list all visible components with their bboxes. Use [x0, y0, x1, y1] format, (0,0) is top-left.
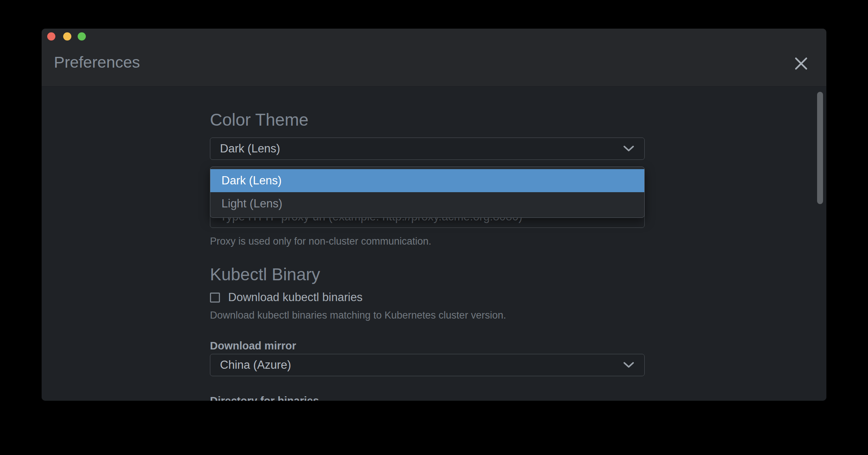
- traffic-light-minimize-button[interactable]: [63, 32, 71, 41]
- download-mirror-label: Download mirror: [210, 340, 645, 352]
- preferences-content: Color Theme Dark (Lens) Dark (Lens) Ligh…: [42, 87, 826, 401]
- kubectl-binary-heading: Kubectl Binary: [210, 265, 645, 284]
- color-theme-select[interactable]: Dark (Lens): [210, 138, 645, 160]
- close-icon: [794, 56, 809, 71]
- dropdown-option-label: Light (Lens): [221, 197, 282, 210]
- color-theme-heading: Color Theme: [210, 110, 645, 129]
- vertical-scrollbar-thumb[interactable]: [817, 92, 823, 204]
- page-title: Preferences: [54, 53, 140, 71]
- preferences-window: Preferences Color Theme Dark (Lens): [42, 29, 826, 401]
- color-theme-select-value: Dark (Lens): [220, 142, 617, 155]
- dropdown-option-dark-lens[interactable]: Dark (Lens): [210, 169, 644, 192]
- download-mirror-select-value: China (Azure): [220, 358, 617, 372]
- download-kubectl-hint: Download kubectl binaries matching to Ku…: [210, 309, 645, 321]
- dropdown-option-label: Dark (Lens): [221, 174, 282, 187]
- traffic-light-close-button[interactable]: [47, 32, 55, 41]
- download-kubectl-checkbox-row[interactable]: Download kubectl binaries: [210, 291, 645, 304]
- chevron-down-icon: [623, 142, 635, 155]
- directory-for-binaries-label: Directory for binaries: [210, 395, 645, 401]
- traffic-light-zoom-button[interactable]: [78, 32, 86, 41]
- checkbox-unchecked-icon[interactable]: [210, 293, 220, 303]
- download-mirror-select[interactable]: China (Azure): [210, 354, 645, 376]
- titlebar: Preferences: [42, 29, 826, 87]
- chevron-down-icon: [623, 358, 635, 372]
- dropdown-option-light-lens[interactable]: Light (Lens): [210, 192, 644, 215]
- download-kubectl-checkbox-label: Download kubectl binaries: [228, 291, 363, 304]
- color-theme-dropdown-menu: Dark (Lens) Light (Lens): [210, 167, 645, 218]
- close-button[interactable]: [789, 52, 813, 75]
- http-proxy-hint: Proxy is used only for non-cluster commu…: [210, 235, 645, 247]
- desktop-background: Preferences Color Theme Dark (Lens): [0, 0, 868, 455]
